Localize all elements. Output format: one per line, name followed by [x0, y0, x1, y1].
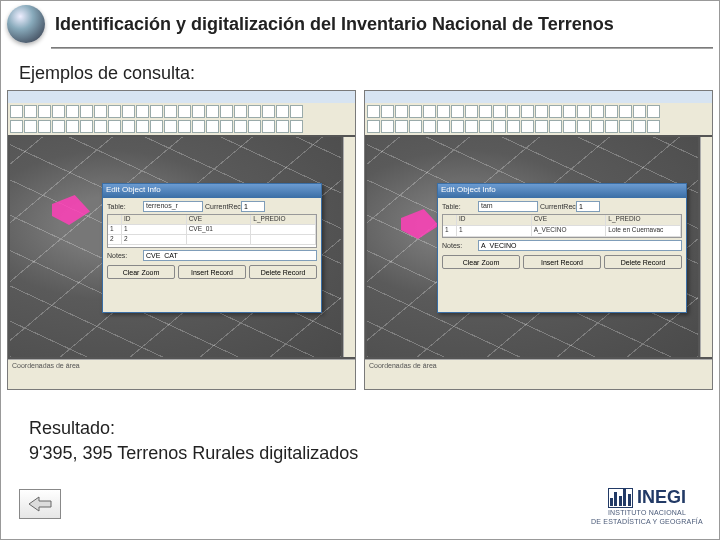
- logo-acronym: INEGI: [637, 487, 686, 508]
- toolbar-row-2: [367, 120, 710, 134]
- notes-input[interactable]: [143, 250, 317, 261]
- dialog-titlebar: Edit Object Info: [103, 184, 321, 198]
- table-select[interactable]: terrenos_r: [143, 201, 203, 212]
- logo-bars-icon: [608, 488, 633, 508]
- header: Identificación y digitalización del Inve…: [1, 1, 719, 43]
- gis-screenshot-2: Edit Object Info Table: tam CurrentRec: …: [364, 90, 713, 390]
- clear-zoom-button[interactable]: Clear Zoom: [442, 255, 520, 269]
- result-block: Resultado: 9'395, 395 Terrenos Rurales d…: [29, 416, 358, 465]
- currentrec-input[interactable]: [576, 201, 600, 212]
- notes-input[interactable]: [478, 240, 682, 251]
- currentrec-input[interactable]: [241, 201, 265, 212]
- arrow-left-icon: [27, 495, 53, 513]
- currentrec-label: CurrentRec:: [540, 203, 574, 210]
- globe-icon: [7, 5, 45, 43]
- insert-record-button[interactable]: Insert Record: [523, 255, 601, 269]
- side-toolbar: [343, 137, 355, 357]
- table-select[interactable]: tam: [478, 201, 538, 212]
- object-info-dialog: Edit Object Info Table: terrenos_r Curre…: [102, 183, 322, 313]
- object-info-dialog: Edit Object Info Table: tam CurrentRec: …: [437, 183, 687, 313]
- table-label: Table:: [107, 203, 141, 210]
- toolbar-row-1: [367, 105, 710, 119]
- logo-line2: DE ESTADÍSTICA Y GEOGRAFÍA: [587, 518, 707, 525]
- delete-record-button[interactable]: Delete Record: [604, 255, 682, 269]
- insert-record-button[interactable]: Insert Record: [178, 265, 246, 279]
- record-grid[interactable]: ID CVE L_PREDIO 1 1 CVE_01 2 2: [107, 214, 317, 248]
- status-bar: Coordenadas de área: [365, 359, 712, 389]
- dialog-titlebar: Edit Object Info: [438, 184, 686, 198]
- currentrec-label: CurrentRec:: [205, 203, 239, 210]
- slide: Identificación y digitalización del Inve…: [0, 0, 720, 540]
- side-toolbar: [700, 137, 712, 357]
- notes-label: Notes:: [107, 252, 141, 259]
- record-grid[interactable]: ID CVE L_PREDIO 1 1 A_VECINO Lote en Cue…: [442, 214, 682, 238]
- header-rule: [51, 47, 713, 49]
- inegi-logo: INEGI INSTITUTO NACIONAL DE ESTADÍSTICA …: [587, 487, 707, 525]
- page-title: Identificación y digitalización del Inve…: [55, 14, 713, 35]
- status-bar: Coordenadas de área: [8, 359, 355, 389]
- result-label: Resultado:: [29, 416, 358, 440]
- logo-line1: INSTITUTO NACIONAL: [587, 509, 707, 516]
- back-button[interactable]: [19, 489, 61, 519]
- clear-zoom-button[interactable]: Clear Zoom: [107, 265, 175, 279]
- toolbar-row-2: [10, 120, 353, 134]
- title-wrap: Identificación y digitalización del Inve…: [55, 14, 713, 35]
- subheading: Ejemplos de consulta:: [19, 63, 719, 84]
- notes-label: Notes:: [442, 242, 476, 249]
- delete-record-button[interactable]: Delete Record: [249, 265, 317, 279]
- gis-screenshot-1: Edit Object Info Table: terrenos_r Curre…: [7, 90, 356, 390]
- result-value: 9'395, 395 Terrenos Rurales digitalizado…: [29, 441, 358, 465]
- toolbar-row-1: [10, 105, 353, 119]
- screenshot-row: Edit Object Info Table: terrenos_r Curre…: [1, 90, 719, 390]
- table-label: Table:: [442, 203, 476, 210]
